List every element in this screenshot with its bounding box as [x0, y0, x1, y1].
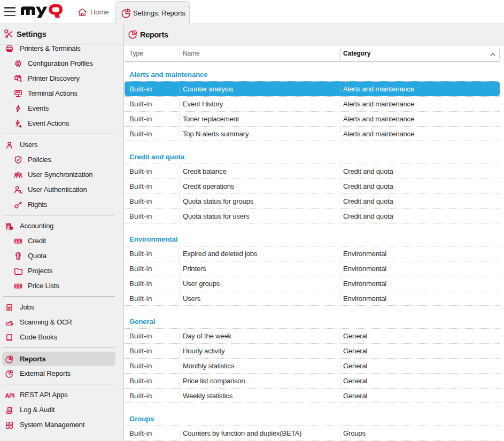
svg-text:API: API: [5, 392, 15, 398]
